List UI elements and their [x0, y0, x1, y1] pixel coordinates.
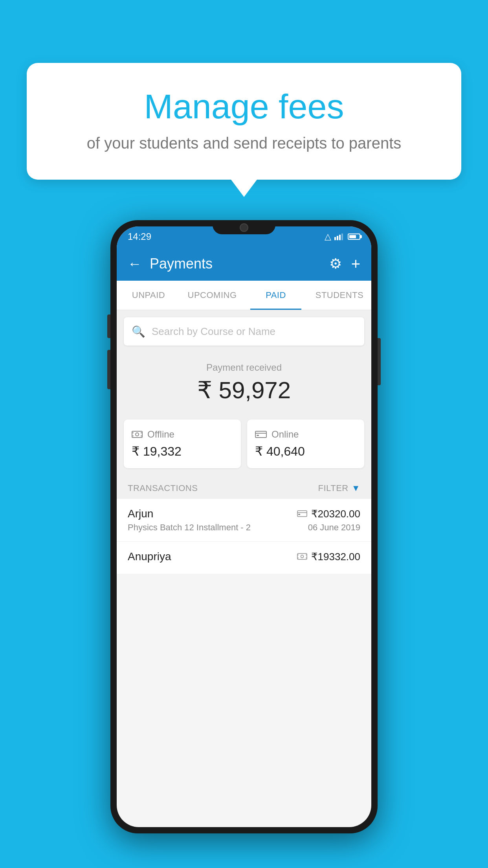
bubble-title: Manage fees	[58, 86, 430, 127]
payment-received-label: Payment received	[125, 362, 363, 373]
speech-bubble: Manage fees of your students and send re…	[27, 63, 461, 180]
svg-rect-1	[337, 236, 338, 240]
tab-upcoming[interactable]: UPCOMING	[180, 281, 244, 310]
phone-notch	[213, 220, 275, 234]
status-icons: △	[325, 232, 360, 242]
payment-summary: Payment received ₹ 59,972	[117, 353, 371, 419]
volume-down-button	[107, 350, 110, 389]
power-button	[378, 338, 381, 385]
offline-amount: ₹ 19,332	[132, 444, 233, 459]
svg-rect-4	[132, 431, 142, 438]
tab-unpaid[interactable]: UNPAID	[117, 281, 180, 310]
transactions-label: TRANSACTIONS	[128, 483, 198, 493]
page-title: Payments	[150, 256, 321, 272]
transaction-amount-wrapper: ₹19332.00	[297, 551, 360, 563]
front-camera	[240, 223, 248, 232]
signal-icon	[334, 233, 345, 240]
payment-cards: Offline ₹ 19,332 Online	[117, 419, 371, 476]
svg-point-17	[301, 555, 303, 558]
bubble-subtitle: of your students and send receipts to pa…	[58, 134, 430, 152]
svg-rect-16	[297, 554, 307, 559]
search-bar[interactable]: 🔍 Search by Course or Name	[124, 317, 364, 346]
filter-icon: ▼	[352, 483, 360, 493]
transaction-course: Physics Batch 12 Installment - 2	[128, 522, 251, 533]
svg-rect-12	[257, 435, 259, 436]
transaction-amount-wrapper: ₹20320.00	[297, 508, 360, 520]
transaction-name: Anupriya	[128, 550, 171, 563]
main-content: 🔍 Search by Course or Name Payment recei…	[117, 310, 371, 574]
card-payment-icon	[297, 510, 307, 518]
transaction-item[interactable]: Anupriya ₹19332.00	[117, 542, 371, 574]
transaction-name: Arjun	[128, 508, 153, 520]
offline-card: Offline ₹ 19,332	[124, 419, 241, 468]
tab-students[interactable]: STUDENTS	[308, 281, 371, 310]
cash-payment-icon	[297, 553, 307, 561]
tab-bar: UNPAID UPCOMING PAID STUDENTS	[117, 281, 371, 310]
app-bar: ← Payments ⚙ +	[117, 247, 371, 281]
payment-total: ₹ 59,972	[125, 376, 363, 404]
transaction-amount: ₹19332.00	[311, 551, 360, 563]
add-icon[interactable]: +	[351, 255, 360, 273]
tab-paid[interactable]: PAID	[244, 281, 308, 310]
card-icon	[255, 430, 267, 439]
svg-rect-15	[298, 514, 300, 515]
filter-button[interactable]: FILTER ▼	[318, 483, 360, 493]
online-label: Online	[272, 429, 299, 440]
search-icon: 🔍	[132, 325, 145, 338]
phone-screen: 14:29 △	[117, 226, 371, 827]
search-placeholder: Search by Course or Name	[152, 326, 275, 338]
online-card: Online ₹ 40,640	[247, 419, 364, 468]
svg-point-5	[136, 433, 139, 436]
svg-rect-3	[341, 234, 343, 240]
settings-icon[interactable]: ⚙	[329, 256, 342, 272]
transactions-header: TRANSACTIONS FILTER ▼	[117, 476, 371, 499]
svg-rect-2	[339, 235, 341, 240]
svg-rect-0	[334, 237, 336, 240]
volume-up-button	[107, 314, 110, 338]
filter-label: FILTER	[318, 483, 349, 493]
offline-label: Offline	[147, 429, 174, 440]
transaction-item[interactable]: Arjun ₹20320.00 Physics	[117, 499, 371, 542]
transaction-amount: ₹20320.00	[311, 508, 360, 520]
cash-icon	[132, 430, 143, 439]
svg-rect-10	[255, 431, 266, 438]
transaction-list: Arjun ₹20320.00 Physics	[117, 499, 371, 574]
back-button[interactable]: ←	[128, 256, 142, 272]
battery-icon	[348, 234, 360, 240]
status-time: 14:29	[128, 231, 151, 242]
online-amount: ₹ 40,640	[255, 444, 356, 459]
wifi-icon: △	[325, 232, 331, 242]
svg-rect-13	[297, 511, 307, 517]
app-bar-actions: ⚙ +	[329, 255, 360, 273]
transaction-date: 06 June 2019	[308, 522, 360, 533]
phone-device: 14:29 △	[110, 220, 378, 833]
